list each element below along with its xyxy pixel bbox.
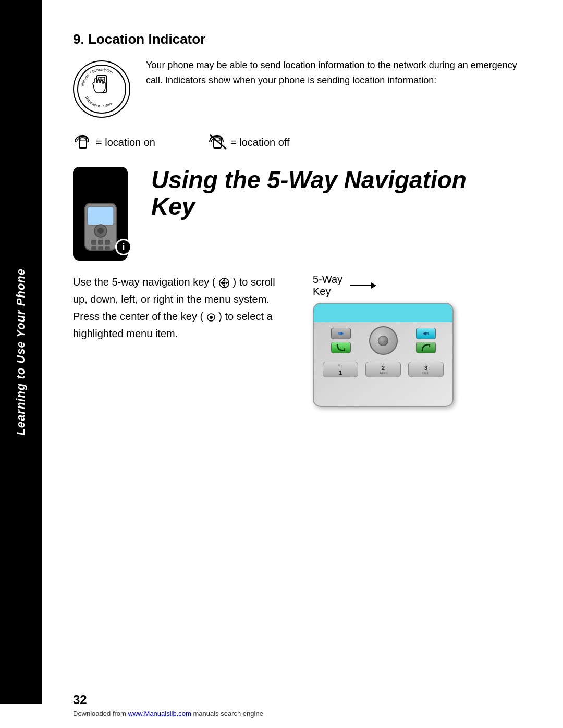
- location-section: Network / Subscription Dependent Feature: [73, 58, 532, 118]
- location-on-label: = location on: [96, 137, 155, 149]
- phone-keypad-image: m▶ ◀m: [313, 303, 454, 407]
- page-footer: 32 Downloaded from www.Manualslib.com ma…: [42, 693, 563, 718]
- section-heading: 9. Location Indicator: [73, 31, 532, 47]
- svg-rect-18: [88, 207, 114, 225]
- nav-content: Use the 5-way navigation key ( ) to scro…: [73, 274, 532, 407]
- phone-icon-area: i: [73, 167, 141, 261]
- black-bar: i: [73, 167, 128, 261]
- key-1[interactable]: *↑ 1: [323, 362, 358, 377]
- big-title-line1: Using the 5-Way Navigation: [151, 166, 467, 193]
- svg-rect-22: [98, 240, 103, 245]
- key-3-label: 3: [424, 365, 427, 371]
- key-1-label: *↑: [338, 364, 343, 369]
- svg-marker-36: [371, 282, 376, 289]
- network-subscription-badge: Network / Subscription Dependent Feature: [73, 60, 130, 118]
- footer-link[interactable]: www.Manualslib.com: [128, 710, 191, 718]
- location-body-text: Your phone may be able to send location …: [146, 58, 532, 88]
- key-label-row: 5-Way Key: [313, 274, 376, 298]
- footer-suffix: manuals search engine: [191, 710, 263, 718]
- end-icon: [421, 344, 431, 351]
- phone-nav-area: m▶ ◀m: [314, 322, 452, 359]
- svg-point-20: [97, 228, 104, 234]
- page-number: 32: [73, 693, 87, 707]
- call-icon: [336, 344, 346, 351]
- key-label: 5-Way Key: [313, 274, 342, 298]
- svg-point-32: [223, 281, 226, 284]
- nav-key-symbol: [218, 277, 230, 289]
- big-title-line2: Key: [151, 193, 195, 220]
- keypad-row-1: *↑ 1 2 ABC 3 DEF: [314, 359, 452, 380]
- svg-marker-31: [226, 281, 228, 285]
- big-title-section: i Using the 5-Way Navigation Key: [73, 167, 532, 261]
- menu-btn: m▶: [331, 328, 351, 339]
- svg-marker-28: [223, 279, 226, 281]
- badge-svg: Network / Subscription Dependent Feature: [76, 63, 128, 115]
- main-content: 9. Location Indicator Net: [42, 0, 563, 443]
- footer-prefix: Downloaded from: [73, 710, 128, 718]
- key-2[interactable]: 2 ABC: [365, 362, 401, 377]
- sidebar-label: Learning to Use Your Phone: [14, 268, 28, 436]
- sidebar: Learning to Use Your Phone: [0, 0, 42, 704]
- location-icon-area: Network / Subscription Dependent Feature: [73, 60, 136, 118]
- svg-rect-25: [98, 246, 103, 250]
- call-btn: [331, 342, 351, 353]
- nav-center-symbol: [206, 313, 216, 322]
- arrow-icon: [350, 280, 376, 291]
- location-indicators: = location on = location off: [73, 133, 532, 151]
- location-off: = location off: [207, 133, 290, 151]
- key-image-group: 5-Way Key m▶: [313, 274, 454, 407]
- key-3-sub: DEF: [422, 371, 430, 375]
- key-3[interactable]: 3 DEF: [408, 362, 444, 377]
- location-on: = location on: [73, 133, 155, 151]
- svg-marker-29: [223, 285, 226, 287]
- phone-top-bar: [314, 304, 452, 322]
- key-1-number: 1: [339, 369, 342, 376]
- end-btn: [416, 342, 436, 353]
- svg-point-34: [210, 316, 213, 319]
- left-buttons: m▶: [331, 328, 351, 353]
- location-on-icon: [73, 133, 96, 151]
- key-2-sub: ABC: [380, 371, 387, 375]
- menu-right-btn: ◀m: [416, 328, 436, 339]
- svg-rect-21: [91, 240, 96, 245]
- five-way-nav-key[interactable]: [369, 326, 398, 355]
- key-label-line2: Key: [313, 286, 342, 298]
- big-title: Using the 5-Way Navigation Key: [151, 167, 532, 219]
- location-off-icon: [207, 133, 230, 151]
- svg-line-16: [210, 135, 226, 149]
- info-badge: i: [115, 239, 132, 255]
- nav-center-btn[interactable]: [378, 336, 388, 346]
- location-off-label: = location off: [230, 137, 290, 149]
- svg-point-12: [82, 135, 84, 137]
- nav-body-text: Use the 5-way navigation key ( ) to scro…: [73, 274, 292, 342]
- page: Learning to Use Your Phone 9. Location I…: [0, 0, 563, 728]
- svg-rect-26: [105, 246, 110, 250]
- key-2-label: 2: [382, 365, 385, 371]
- svg-rect-23: [105, 240, 110, 245]
- svg-rect-24: [91, 246, 96, 250]
- key-label-line1: 5-Way: [313, 274, 342, 286]
- footer-download-text: Downloaded from www.Manualslib.com manua…: [73, 710, 263, 718]
- right-buttons: ◀m: [416, 328, 436, 353]
- svg-point-15: [216, 135, 218, 137]
- svg-marker-30: [220, 281, 223, 285]
